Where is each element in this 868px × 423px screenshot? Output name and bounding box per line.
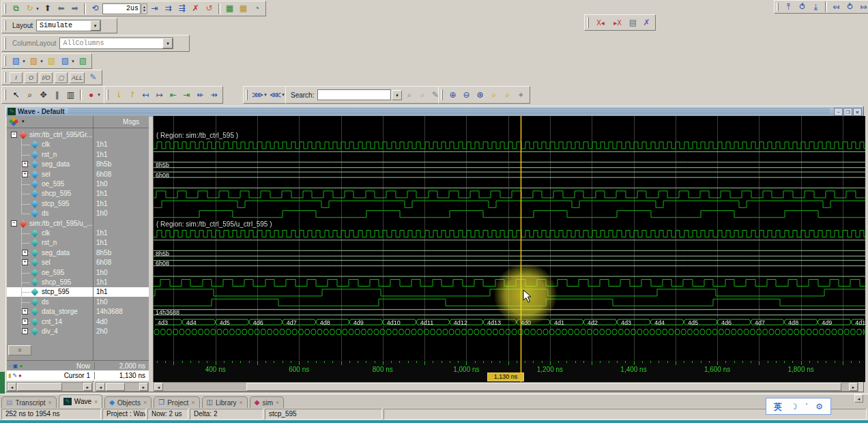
next-transition-icon[interactable]: ↦	[153, 89, 166, 101]
insert-pointer-icon[interactable]: ⤒	[782, 1, 795, 13]
panel-splitter[interactable]	[93, 116, 93, 382]
find-previous-icon[interactable]: ⌕	[416, 89, 429, 101]
chevron-down-icon[interactable]: ▾	[263, 92, 268, 98]
add-bookmark-icon[interactable]: ⤆	[830, 1, 843, 13]
signal-row[interactable]: rst_n	[7, 238, 93, 248]
select-mode-icon[interactable]: ↖	[10, 89, 23, 101]
panel-handle[interactable]: ≡	[8, 345, 31, 355]
scrollbar-thumb[interactable]	[106, 383, 125, 391]
force-one-button[interactable]: I	[10, 72, 23, 83]
run-all-icon[interactable]: ⇶	[175, 3, 188, 14]
tab-project[interactable]: ❒Project×	[154, 396, 199, 408]
chevron-down-icon[interactable]: ▾	[96, 92, 102, 98]
toolbar-grip[interactable]	[4, 3, 6, 14]
compile-icon[interactable]: ⧉	[10, 3, 23, 14]
toolbar-grip[interactable]	[4, 56, 6, 66]
tab-close-icon[interactable]: ×	[240, 399, 243, 406]
run-length-input[interactable]	[102, 3, 141, 14]
signal-row[interactable]: oe_595	[7, 179, 93, 189]
signal-row[interactable]: +cnt_14	[7, 317, 93, 327]
tab-close-icon[interactable]: ×	[48, 399, 52, 406]
wave-window-titlebar[interactable]: ∿ Wave - Default − ❐ ✕	[6, 106, 863, 117]
prev-rising-edge-icon[interactable]: ⇤	[167, 89, 179, 101]
minimize-icon[interactable]: −	[834, 108, 843, 116]
signal-group-row[interactable]: −sim:/tb_ctrl_595/Gr...	[7, 130, 93, 140]
next-difference-icon[interactable]: ▸X	[609, 17, 626, 29]
dataflow-icon[interactable]: ▦	[223, 3, 236, 14]
scrollbar-thumb[interactable]	[246, 383, 841, 391]
signal-row[interactable]: +seg_data	[7, 248, 93, 258]
zoom-range-icon[interactable]: ⌖	[515, 89, 527, 101]
chevron-down-icon[interactable]: ▾	[39, 59, 44, 64]
step-icon[interactable]: ⬆	[41, 3, 54, 14]
remove-pointer-icon[interactable]: ⤓	[809, 1, 822, 13]
signal-row[interactable]: clk	[7, 140, 93, 149]
tab-close-icon[interactable]: ×	[94, 398, 98, 405]
expand-box-icon[interactable]: +	[22, 308, 28, 315]
cursor-time-flag[interactable]: 1,130 ns	[487, 373, 524, 381]
forward-icon[interactable]: ➡	[68, 3, 81, 14]
signal-row[interactable]: ds	[7, 297, 93, 307]
force-value-button[interactable]: ▢	[55, 72, 68, 83]
edit-force-icon[interactable]: ✎	[87, 72, 100, 83]
prev-transition-icon[interactable]: ↤	[139, 89, 152, 101]
expand-box-icon[interactable]: +	[22, 250, 28, 256]
signal-row[interactable]: clk	[7, 229, 93, 238]
zoom-cursor-icon[interactable]: ⌕	[487, 89, 500, 101]
chevron-down-icon[interactable]: ▾	[162, 38, 173, 48]
signal-row[interactable]: shcp_595	[7, 278, 93, 287]
signal-row[interactable]: +seg_data	[7, 160, 93, 169]
add-cursor-icon[interactable]: ●	[19, 362, 23, 370]
force-all-button[interactable]: ALL	[70, 72, 85, 83]
diff-clear-icon[interactable]: ✗	[640, 17, 653, 29]
toolbar-grip[interactable]	[106, 89, 108, 101]
edit-mode-icon[interactable]: ▥	[64, 89, 77, 101]
signal-row[interactable]: rst_n	[7, 150, 93, 160]
signal-row[interactable]: +data_storge	[7, 307, 93, 317]
force-zero-button[interactable]: O	[25, 72, 38, 83]
lock-cursor-icon[interactable]: ▮	[8, 371, 11, 380]
signal-row[interactable]: stcp_595	[7, 199, 93, 209]
expand-box-icon[interactable]: +	[22, 161, 28, 167]
chevron-down-icon[interactable]: ▾	[90, 20, 100, 31]
msgs-column-header[interactable]: Msgs	[93, 116, 149, 128]
expand-box-icon[interactable]: +	[22, 319, 28, 325]
toolbar-grip[interactable]	[777, 3, 779, 12]
toolbar-grip[interactable]	[441, 89, 443, 101]
continue-run-icon[interactable]: ⇉	[162, 3, 175, 14]
spinner-icons[interactable]: ▲▼	[141, 3, 147, 14]
signal-row[interactable]: ds	[7, 209, 93, 218]
toolbar-grip[interactable]	[246, 89, 248, 101]
scroll-left-icon[interactable]: ◂	[8, 383, 16, 391]
waveform-canvas[interactable]	[154, 116, 865, 360]
delete-cursor-icon[interactable]: ●	[18, 371, 22, 380]
find-next-icon[interactable]: ⌕	[403, 89, 416, 101]
toolbar-grip[interactable]	[4, 72, 6, 83]
signal-row[interactable]: +sel	[7, 258, 93, 267]
zoom-mode-icon[interactable]: ⌕	[23, 89, 36, 101]
scrollbar-thumb[interactable]	[17, 383, 62, 391]
world-icon[interactable]: ◔	[250, 3, 263, 14]
expand-box-icon[interactable]: +	[22, 328, 28, 334]
tab-scroll-left-icon[interactable]: ◂	[854, 394, 863, 403]
zoom-in-icon[interactable]: ⊕	[446, 89, 459, 101]
tab-objects[interactable]: ◆Objects×	[104, 396, 151, 408]
tab-close-icon[interactable]: ×	[276, 399, 279, 406]
toolbar-grip[interactable]	[587, 17, 589, 27]
tab-wave[interactable]: ∿Wave×	[59, 394, 102, 408]
insert-cursor-icon[interactable]: ⇂	[112, 89, 125, 101]
toolbar-grip[interactable]	[4, 38, 6, 48]
collapse-box-icon[interactable]: −	[11, 220, 17, 227]
cursor-row[interactable]: ▮✎● Cursor 1 1,130 ns	[7, 370, 149, 381]
scroll-right-icon[interactable]: ▸	[139, 383, 148, 391]
layout-select[interactable]: Simulate ▾	[36, 20, 101, 31]
grid-settings-icon[interactable]: ▣	[13, 362, 18, 370]
prev-falling-edge-icon[interactable]: ⇷	[194, 89, 207, 101]
ime-toolbar[interactable]: 英 ☽ ʼ ⚙	[766, 398, 831, 415]
columnlayout-select[interactable]: AllColumns ▾	[59, 38, 173, 49]
wave-mode-icon[interactable]	[9, 117, 18, 126]
goto-bookmark-icon[interactable]: ⤇	[857, 1, 868, 13]
chevron-down-icon[interactable]: ▾	[35, 6, 40, 12]
delete-cursor-icon[interactable]: ↾	[126, 89, 139, 101]
punctuation-icon[interactable]: ʼ	[806, 403, 808, 411]
